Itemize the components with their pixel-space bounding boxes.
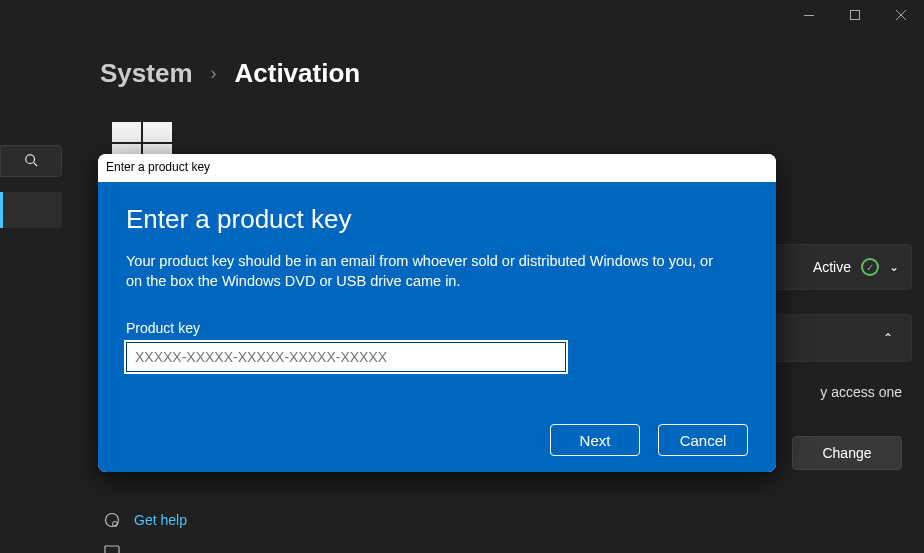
search-input[interactable] bbox=[0, 145, 62, 177]
chevron-right-icon: › bbox=[211, 63, 217, 84]
truncated-text: y access one bbox=[820, 384, 902, 400]
status-active-label: Active bbox=[813, 259, 851, 275]
svg-point-2 bbox=[26, 154, 35, 163]
chevron-down-icon: ⌄ bbox=[889, 260, 899, 274]
breadcrumb-activation: Activation bbox=[235, 58, 361, 89]
feedback-icon bbox=[104, 544, 120, 553]
cancel-button-label: Cancel bbox=[680, 432, 727, 449]
breadcrumb-system[interactable]: System bbox=[100, 58, 193, 89]
product-key-input[interactable] bbox=[126, 342, 566, 372]
expander-row[interactable]: ⌃ bbox=[772, 314, 912, 362]
svg-point-3 bbox=[106, 514, 119, 527]
activation-state-row[interactable]: Active ✓ ⌄ bbox=[772, 244, 912, 290]
dialog-heading: Enter a product key bbox=[126, 204, 748, 235]
change-button-label: Change bbox=[822, 445, 871, 461]
cancel-button[interactable]: Cancel bbox=[658, 424, 748, 456]
window-titlebar bbox=[0, 0, 924, 30]
give-feedback-link[interactable] bbox=[104, 544, 120, 553]
svg-rect-0 bbox=[804, 15, 814, 16]
checkmark-icon: ✓ bbox=[861, 258, 879, 276]
dialog-body: Enter a product key Your product key sho… bbox=[98, 182, 776, 472]
search-icon bbox=[24, 153, 38, 170]
svg-rect-1 bbox=[851, 11, 860, 20]
svg-rect-5 bbox=[105, 546, 119, 553]
product-key-label: Product key bbox=[126, 320, 748, 336]
minimize-button[interactable] bbox=[786, 0, 832, 30]
next-button[interactable]: Next bbox=[550, 424, 640, 456]
maximize-button[interactable] bbox=[832, 0, 878, 30]
dialog-titlebar: Enter a product key bbox=[98, 154, 776, 182]
dialog-button-row: Next Cancel bbox=[126, 424, 748, 456]
breadcrumb: System › Activation bbox=[100, 58, 360, 89]
close-button[interactable] bbox=[878, 0, 924, 30]
get-help-label: Get help bbox=[134, 512, 187, 528]
change-button[interactable]: Change bbox=[792, 436, 902, 470]
get-help-link[interactable]: Get help bbox=[104, 512, 187, 528]
dialog-description: Your product key should be in an email f… bbox=[126, 251, 726, 292]
next-button-label: Next bbox=[580, 432, 611, 449]
product-key-dialog: Enter a product key Enter a product key … bbox=[98, 154, 776, 472]
sidebar-item-system[interactable] bbox=[0, 192, 62, 228]
chevron-up-icon: ⌃ bbox=[883, 331, 893, 345]
help-icon bbox=[104, 512, 120, 528]
